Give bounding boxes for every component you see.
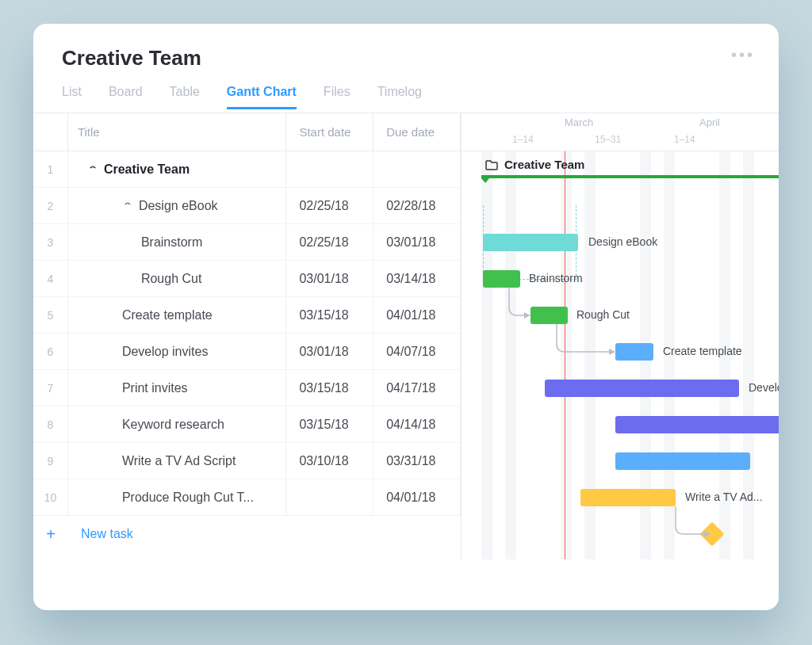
row-title: ⌃Creative Team: [68, 151, 286, 187]
row-due-date: 04/14/18: [373, 406, 461, 442]
row-title: ⌃Design eBook: [68, 188, 287, 223]
row-start-date: [286, 151, 373, 187]
row-start-date: 02/25/18: [286, 224, 373, 260]
date-range-label: 1–14: [512, 134, 534, 145]
month-label: March: [565, 116, 593, 128]
gantt-timeline[interactable]: March1–1415–31April1–14 Creative Team De…: [462, 113, 779, 559]
row-start-date: 03/10/18: [286, 443, 373, 479]
table-row[interactable]: 3Brainstorm02/25/1803/01/18: [33, 224, 461, 261]
tab-table[interactable]: Table: [170, 85, 200, 109]
row-title: Produce Rough Cut T...: [68, 479, 287, 515]
row-title: Keyword research: [68, 406, 287, 442]
tab-list[interactable]: List: [62, 85, 82, 109]
col-due-date[interactable]: Due date: [373, 113, 461, 151]
row-start-date: 03/01/18: [286, 261, 373, 296]
task-table: Title Start date Due date 1⌃Creative Tea…: [33, 113, 462, 559]
dependency-arrow: [462, 151, 779, 567]
row-due-date: 03/14/18: [373, 261, 461, 296]
date-range-label: 1–14: [674, 134, 695, 145]
view-tabs: ListBoardTableGantt ChartFilesTimelog: [62, 85, 750, 109]
col-start-date[interactable]: Start date: [286, 113, 373, 151]
row-start-date: 03/15/18: [286, 406, 373, 442]
table-row[interactable]: 9Write a TV Ad Script03/10/1803/31/18: [33, 443, 461, 479]
row-due-date: 04/01/18: [373, 479, 461, 515]
row-start-date: 02/25/18: [286, 188, 373, 223]
tab-gantt-chart[interactable]: Gantt Chart: [227, 85, 297, 109]
month-label: April: [699, 116, 720, 128]
row-number: 5: [33, 297, 68, 333]
row-title: Print invites: [68, 370, 287, 406]
row-due-date: [373, 151, 461, 187]
date-range-label: 15–31: [595, 134, 621, 145]
row-due-date: 02/28/18: [373, 188, 461, 223]
row-title: Brainstorm: [68, 224, 287, 260]
row-number: 1: [33, 151, 68, 187]
tab-board[interactable]: Board: [109, 85, 143, 109]
row-start-date: [286, 479, 373, 515]
row-start-date: 03/15/18: [286, 370, 373, 406]
tab-files[interactable]: Files: [324, 85, 350, 109]
table-row[interactable]: 1⌃Creative Team: [33, 151, 461, 188]
row-due-date: 03/31/18: [373, 443, 461, 479]
page-title: Creative Team: [62, 46, 750, 71]
new-task-label: New task: [68, 527, 133, 541]
row-number: 7: [33, 370, 68, 406]
row-start-date: 03/15/18: [286, 297, 373, 333]
col-number: [33, 113, 68, 151]
plus-icon: +: [33, 525, 68, 544]
chevron-up-icon[interactable]: ⌃: [122, 201, 132, 210]
table-row[interactable]: 4Rough Cut03/01/1803/14/18: [33, 261, 461, 297]
row-due-date: 03/01/18: [373, 224, 461, 260]
more-icon[interactable]: •••: [731, 46, 755, 64]
row-number: 4: [33, 261, 68, 296]
row-title: Create template: [68, 297, 287, 333]
row-title: Rough Cut: [68, 261, 287, 296]
row-number: 3: [33, 224, 68, 260]
row-number: 2: [33, 188, 68, 223]
table-row[interactable]: 5Create template03/15/1804/01/18: [33, 297, 461, 334]
row-number: 6: [33, 334, 68, 369]
row-number: 9: [33, 443, 68, 479]
new-task-row[interactable]: + New task: [33, 516, 461, 552]
row-number: 8: [33, 406, 68, 442]
table-row[interactable]: 8Keyword research03/15/1804/14/18: [33, 406, 461, 443]
row-title: Develop invites: [68, 334, 287, 369]
timeline-header: March1–1415–31April1–14: [462, 113, 779, 151]
row-number: 10: [33, 479, 68, 515]
table-row[interactable]: 2⌃Design eBook02/25/1802/28/18: [33, 188, 461, 224]
row-start-date: 03/01/18: [286, 334, 373, 369]
tab-timelog[interactable]: Timelog: [377, 85, 422, 109]
table-row[interactable]: 7Print invites03/15/1804/17/18: [33, 370, 461, 406]
app-card: Creative Team ••• ListBoardTableGantt Ch…: [33, 24, 779, 610]
row-due-date: 04/17/18: [373, 370, 461, 406]
chevron-up-icon[interactable]: ⌃: [87, 165, 98, 174]
row-due-date: 04/01/18: [373, 297, 461, 333]
row-due-date: 04/07/18: [373, 334, 461, 369]
row-title: Write a TV Ad Script: [68, 443, 287, 479]
table-row[interactable]: 10Produce Rough Cut T...04/01/18: [33, 479, 461, 516]
col-title[interactable]: Title: [68, 113, 286, 151]
table-row[interactable]: 6Develop invites03/01/1804/07/18: [33, 334, 461, 370]
